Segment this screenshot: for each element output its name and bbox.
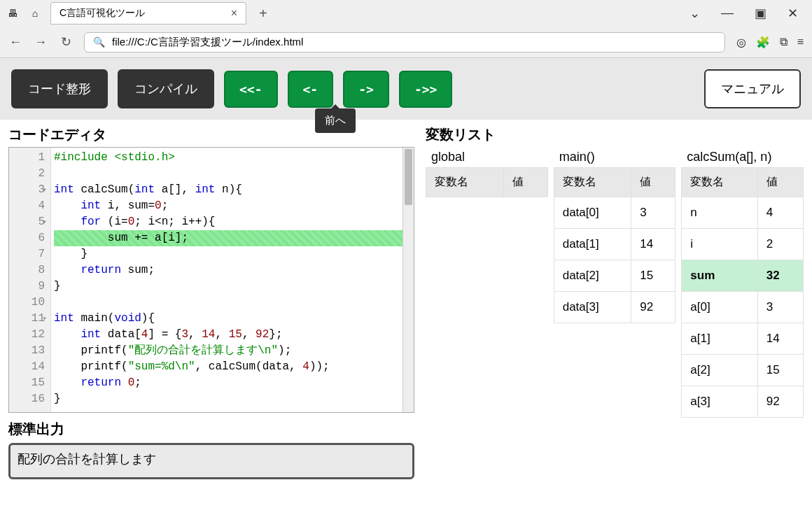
browser-tab[interactable]: C言語可視化ツール × — [50, 2, 246, 24]
line-number: 5 — [12, 214, 45, 230]
next-button[interactable]: -> — [343, 71, 389, 108]
menu-icon[interactable]: ≡ — [797, 36, 804, 48]
var-name: a[2] — [682, 355, 757, 386]
var-value: 2 — [757, 229, 803, 260]
var-name: i — [682, 229, 757, 260]
print-icon[interactable]: 🖶 — [6, 6, 20, 20]
scroll-thumb[interactable] — [405, 149, 412, 205]
line-number: 1 — [12, 150, 45, 166]
varlist-title: 変数リスト — [426, 125, 804, 144]
line-number: 12 — [12, 327, 45, 343]
var-value: 3 — [757, 292, 803, 323]
window-controls: ⌄ — ▣ ✕ — [690, 6, 806, 21]
var-name: a[3] — [682, 386, 757, 418]
table-row: n4 — [682, 197, 804, 229]
compile-button[interactable]: コンパイル — [118, 69, 214, 108]
table-row: data[0]3 — [554, 197, 676, 229]
var-name: a[1] — [682, 323, 757, 355]
var-value: 4 — [757, 197, 803, 229]
browser-right-icons: ◎ 🧩 ⧉ ≡ — [736, 36, 804, 49]
tab-title: C言語可視化ツール — [59, 7, 145, 20]
col-value: 値 — [631, 168, 676, 197]
var-scope-block: calcSum(a[], n)変数名値n4i2sum32a[0]3a[1]14a… — [681, 147, 804, 418]
col-value: 値 — [757, 168, 803, 197]
home-icon[interactable]: ⌂ — [28, 6, 42, 20]
var-value: 15 — [757, 355, 803, 386]
line-number: 4 — [12, 198, 45, 214]
nav-bar: ← → ↻ 🔍 ◎ 🧩 ⧉ ≡ — [0, 27, 812, 57]
variable-table: 変数名値data[0]3data[1]14data[2]15data[3]92 — [554, 167, 676, 323]
format-button[interactable]: コード整形 — [11, 69, 108, 108]
var-value: 14 — [631, 229, 676, 260]
col-name: 変数名 — [554, 168, 631, 197]
tab-bar: 🖶 ⌂ C言語可視化ツール × + ⌄ — ▣ ✕ — [0, 0, 812, 27]
line-number: 3 — [12, 182, 45, 198]
search-icon: 🔍 — [93, 36, 105, 48]
variable-section: global変数名値main()変数名値data[0]3data[1]14dat… — [426, 147, 804, 418]
table-row: data[2]15 — [554, 260, 676, 292]
var-name: data[3] — [554, 292, 631, 323]
close-window-icon[interactable]: ✕ — [788, 6, 798, 21]
prev-button[interactable]: <- — [288, 71, 334, 108]
stdout-box: 配列の合計を計算します — [8, 443, 414, 479]
scope-name: calcSum(a[], n) — [681, 147, 804, 167]
crop-icon[interactable]: ⧉ — [780, 36, 788, 48]
line-number: 9 — [12, 278, 45, 295]
table-row: i2 — [682, 229, 804, 260]
stdout-text: 配列の合計を計算します — [18, 452, 156, 466]
col-value: 値 — [504, 168, 547, 197]
table-row: sum32 — [682, 260, 804, 292]
var-value: 15 — [631, 260, 676, 292]
browser-chrome: 🖶 ⌂ C言語可視化ツール × + ⌄ — ▣ ✕ ← → ↻ 🔍 ◎ 🧩 ⧉ … — [0, 0, 812, 58]
variable-table: 変数名値 — [426, 167, 548, 197]
back-button[interactable]: ← — [8, 35, 22, 50]
minimize-icon[interactable]: — — [721, 6, 734, 21]
line-number: 7 — [12, 246, 45, 262]
forward-button[interactable]: → — [34, 35, 48, 50]
line-number: 10 — [12, 295, 45, 311]
fastfwd-button[interactable]: ->> — [399, 71, 453, 108]
col-name: 変数名 — [426, 168, 504, 197]
var-value: 92 — [757, 386, 803, 418]
table-row: a[3]92 — [682, 386, 804, 418]
var-name: data[2] — [554, 260, 631, 292]
maximize-icon[interactable]: ▣ — [755, 6, 766, 21]
var-name: sum — [682, 260, 757, 292]
line-number: 16 — [12, 391, 45, 407]
var-name: a[0] — [682, 292, 757, 323]
table-row: a[1]14 — [682, 323, 804, 355]
code-body[interactable]: #include <stdio.h> int calcSum(int a[], … — [51, 148, 414, 412]
table-row: data[1]14 — [554, 229, 676, 260]
url-input[interactable] — [112, 36, 716, 48]
stdout-title: 標準出力 — [8, 420, 414, 439]
left-column: コードエディタ 12345678910111213141516 #include… — [8, 125, 414, 479]
tooltip-prev: 前へ — [315, 108, 356, 133]
variable-table: 変数名値n4i2sum32a[0]3a[1]14a[2]15a[3]92 — [681, 167, 804, 418]
url-bar[interactable]: 🔍 — [84, 32, 725, 52]
extensions-icon[interactable]: 🧩 — [756, 36, 770, 49]
reload-button[interactable]: ↻ — [59, 34, 73, 50]
line-number: 14 — [12, 359, 45, 375]
code-editor[interactable]: 12345678910111213141516 #include <stdio.… — [8, 147, 414, 413]
editor-scrollbar[interactable] — [402, 148, 414, 412]
pocket-icon[interactable]: ◎ — [736, 36, 746, 49]
line-number: 2 — [12, 166, 45, 182]
chevron-down-icon[interactable]: ⌄ — [690, 6, 700, 21]
table-row: data[3]92 — [554, 292, 676, 323]
var-value: 14 — [757, 323, 803, 355]
var-name: data[1] — [554, 229, 631, 260]
var-scope-block: main()変数名値data[0]3data[1]14data[2]15data… — [554, 147, 676, 418]
rewind-button[interactable]: <<- — [224, 71, 278, 108]
var-value: 3 — [631, 197, 676, 229]
close-tab-icon[interactable]: × — [231, 7, 237, 20]
var-value: 92 — [631, 292, 676, 323]
scope-name: global — [426, 147, 548, 167]
var-name: n — [682, 197, 757, 229]
table-row: a[0]3 — [682, 292, 804, 323]
new-tab-button[interactable]: + — [255, 6, 272, 22]
manual-button[interactable]: マニュアル — [704, 69, 801, 108]
line-number: 15 — [12, 375, 45, 391]
content-area: コードエディタ 12345678910111213141516 #include… — [0, 120, 812, 485]
line-number: 11 — [12, 311, 45, 327]
scope-name: main() — [554, 147, 676, 167]
